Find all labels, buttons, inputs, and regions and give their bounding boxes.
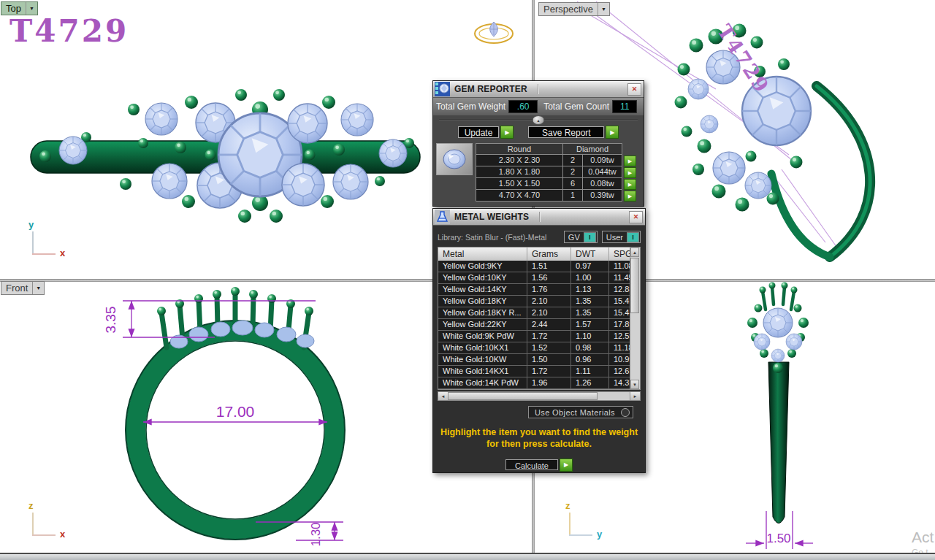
viewport-tab-top[interactable]: Top ▼ (1, 1, 38, 15)
horizontal-scroll-thumb[interactable] (448, 392, 598, 400)
calculate-row: Calculate ▶ (433, 459, 645, 472)
metal-row[interactable]: White Gold:9K PdW1.721.1012.59 (438, 331, 640, 342)
metal-table-header: Metal Grams DWT SPG (438, 248, 640, 261)
gem-totals-row: Total Gem Weight .60 Total Gem Count 11 (433, 98, 644, 115)
chevron-down-icon[interactable]: ▼ (598, 3, 609, 15)
metal-weights-titlebar[interactable]: METAL WEIGHTS ✕ (433, 209, 645, 226)
update-button[interactable]: Update (458, 126, 500, 138)
collapse-arrow-icon[interactable]: ▲ (533, 115, 545, 125)
dimension-head-height: 3.35 (103, 298, 119, 342)
front-ring-band (126, 321, 345, 540)
gem-reporter-title: GEM REPORTER (454, 84, 527, 94)
instruction-text: Highlight the item you want to find the … (433, 426, 645, 450)
metal-row[interactable]: White Gold:14K PdW1.961.2614.32 (438, 377, 640, 389)
scroll-up-icon[interactable]: ▲ (630, 248, 639, 257)
gem-preview-image (436, 143, 473, 175)
gem-row-go-icon[interactable]: ▶ (624, 191, 636, 202)
user-toggle[interactable]: User I (602, 231, 641, 243)
side-prong-tips (747, 283, 809, 374)
axis-x-label: x (60, 529, 65, 540)
vertical-scrollbar[interactable]: ▲ ▼ (630, 248, 640, 389)
user-toggle-indicator[interactable]: I (627, 232, 639, 242)
scroll-left-icon[interactable]: ◄ (438, 392, 449, 400)
save-report-button[interactable]: Save Report (528, 126, 604, 138)
gem-table-row[interactable]: 1.80 X 1.80 2 0.044tw ▶ (476, 166, 636, 178)
gem-table-row[interactable]: 1.50 X 1.50 6 0.08tw ▶ (476, 178, 636, 190)
dimension-band-thickness: 1.30 (309, 516, 324, 553)
top-view-gems (59, 103, 407, 208)
use-object-materials-row: Use Object Materials (433, 406, 633, 418)
side-prongs (763, 287, 794, 310)
top-view-prongs (39, 89, 414, 223)
col-grams: Grams (527, 248, 571, 261)
chevron-down-icon[interactable]: ▼ (26, 2, 37, 15)
viewport-tab-front[interactable]: Front ▼ (1, 281, 45, 295)
metal-weights-panel: METAL WEIGHTS ✕ Library: Satin Blur - (F… (432, 208, 646, 473)
radio-circle-icon[interactable] (621, 408, 630, 417)
close-icon[interactable]: ✕ (627, 83, 641, 96)
ring-side-mini-icon (475, 22, 513, 43)
calculate-go-icon[interactable]: ▶ (560, 459, 573, 472)
front-dimension-lines (123, 301, 343, 540)
side-shank (768, 362, 789, 523)
gem-reporter-icon (435, 82, 450, 96)
model-code: T4729 (9, 13, 129, 49)
chevron-down-icon[interactable]: ▼ (32, 282, 44, 294)
total-gem-weight-label: Total Gem Weight (436, 101, 505, 112)
metal-row[interactable]: White Gold:10KX11.520.9811.18 (438, 342, 640, 354)
model-code-perspective: T4729 (713, 20, 774, 97)
gv-toggle[interactable]: GV I (564, 231, 598, 243)
metal-weights-title: METAL WEIGHTS (454, 212, 529, 222)
titlebar-grip (539, 212, 541, 222)
total-gem-count-label: Total Gem Count (543, 101, 609, 112)
total-gem-count-value: 11 (612, 100, 637, 113)
horizontal-scrollbar[interactable]: ◄ ► (438, 391, 641, 401)
scroll-down-icon[interactable]: ▼ (630, 380, 639, 389)
axis-x-label: x (60, 248, 65, 258)
save-report-go-icon[interactable]: ▶ (606, 126, 619, 139)
gem-table-zone: Round Diamond 2.30 X 2.30 2 0.09tw ▶ 1.8… (436, 143, 641, 203)
gem-table-row[interactable]: 4.70 X 4.70 1 0.39tw ▶ (476, 190, 636, 202)
metal-row[interactable]: Yellow Gold:14KY1.761.1312.88 (438, 284, 640, 296)
axis-z-label: z (565, 500, 570, 511)
viewport-tab-top-label: Top (1, 3, 26, 14)
dimension-inner-diameter: 17.00 (206, 403, 264, 421)
axis-indicator-side: z y (559, 502, 606, 543)
axis-y-label: y (28, 219, 34, 230)
gem-type-header: Diamond (563, 143, 622, 155)
axis-z-label: z (28, 500, 34, 511)
front-head-gems (170, 321, 314, 348)
gem-row-go-icon[interactable]: ▶ (624, 179, 636, 190)
gem-table-row[interactable]: 2.30 X 2.30 2 0.09tw ▶ (476, 155, 636, 166)
metal-row[interactable]: Yellow Gold:18KY R...2.101.3515.41 (438, 307, 640, 319)
library-row: Library: Satin Blur - (Fast)-Metal GV I … (438, 231, 641, 243)
metal-row[interactable]: Yellow Gold:10KY1.561.0011.45 (438, 272, 640, 284)
metal-row[interactable]: Yellow Gold:22KY2.441.5717.89 (438, 319, 640, 331)
gem-row-go-icon[interactable]: ▶ (624, 156, 636, 166)
axis-indicator-front: z x (22, 502, 69, 543)
total-gem-weight-value: .60 (508, 100, 538, 113)
gv-toggle-indicator[interactable]: I (584, 232, 596, 242)
use-object-materials-toggle[interactable]: Use Object Materials (528, 406, 633, 418)
top-view-band (31, 141, 420, 173)
calculate-button[interactable]: Calculate (505, 459, 558, 470)
vertical-scroll-thumb[interactable] (630, 258, 639, 313)
col-dwt: DWT (571, 248, 609, 261)
perspective-shank (771, 86, 870, 257)
metal-row[interactable]: Yellow Gold:9KY1.510.9711.08 (438, 261, 640, 272)
scroll-right-icon[interactable]: ► (630, 392, 640, 400)
close-icon[interactable]: ✕ (629, 211, 643, 223)
window-bottom-bar (0, 553, 935, 560)
front-head-prongs (161, 293, 309, 348)
gem-row-go-icon[interactable]: ▶ (624, 167, 636, 178)
update-go-icon[interactable]: ▶ (500, 126, 514, 139)
titlebar-grip (538, 84, 539, 94)
metal-row[interactable]: Yellow Gold:18KY2.101.3515.41 (438, 296, 640, 307)
viewport-tab-perspective[interactable]: Perspective ▼ (538, 2, 610, 16)
metal-row[interactable]: White Gold:10KW1.500.9610.99 (438, 354, 640, 366)
metal-row[interactable]: White Gold:14KX11.721.1112.61 (438, 366, 640, 377)
gem-reporter-actions: Update ▶ Save Report ▶ (433, 123, 644, 142)
gem-reporter-panel: GEM REPORTER ✕ Total Gem Weight .60 Tota… (432, 80, 644, 207)
dimension-shank-width: 1.50 (758, 532, 799, 546)
gem-reporter-titlebar[interactable]: GEM REPORTER ✕ (433, 81, 644, 98)
